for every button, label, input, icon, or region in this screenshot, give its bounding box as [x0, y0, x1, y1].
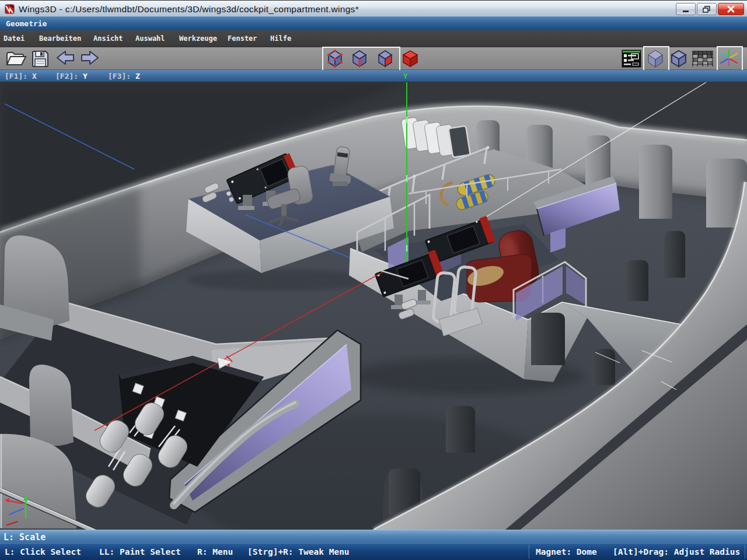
mouse-hint-bar: L: Click Select LL: Paint Select R: Menu… [0, 543, 747, 560]
back-arrow-icon[interactable] [55, 50, 76, 67]
forward-arrow-icon[interactable] [79, 50, 100, 67]
geometry-graph-icon[interactable] [621, 49, 642, 68]
y-axis-top-label: Y [403, 72, 407, 80]
body-select-mode-icon[interactable] [400, 48, 420, 68]
viewport-3d[interactable] [0, 82, 747, 530]
hint-menu: R: Menu [197, 547, 233, 556]
status-text: L: Scale [4, 532, 46, 542]
wireframe-view-icon[interactable] [669, 48, 689, 68]
hint-click-select: L: Click Select [5, 547, 81, 556]
f3-axis-info: [F3]: Z [108, 72, 140, 80]
close-button[interactable] [718, 3, 744, 15]
menu-werkzeuge[interactable]: Werkzeuge [179, 34, 217, 43]
f1-axis-info: [F1]: X [5, 72, 37, 80]
geometry-window-header[interactable]: Geometrie [0, 16, 747, 30]
window-title: Wings3D - c:/Users/tlwmdbt/Documents/3D/… [19, 4, 359, 15]
bottombar-divider-left [529, 545, 529, 559]
f2-axis-info: [F2]: Y [55, 72, 88, 80]
restore-button[interactable] [697, 3, 717, 15]
toolbar [0, 47, 747, 70]
geometry-window-label: Geometrie [6, 19, 47, 28]
menu-auswahl[interactable]: Auswahl [135, 34, 165, 43]
status-bar: L: Scale [0, 530, 747, 543]
menu-datei[interactable]: Datei [4, 34, 25, 43]
axes-toggle-icon[interactable] [718, 48, 739, 69]
hint-magnet: Magnet: Dome [536, 547, 597, 556]
save-file-icon[interactable] [30, 49, 50, 69]
hint-paint-select: LL: Paint Select [99, 547, 181, 556]
title-bar[interactable]: Wings3D - c:/Users/tlwmdbt/Documents/3D/… [0, 0, 747, 16]
face-select-mode-icon[interactable] [375, 48, 396, 69]
menu-hilfe[interactable]: Hilfe [270, 34, 291, 43]
minimize-button[interactable] [676, 3, 696, 15]
bottombar-divider-right [745, 545, 745, 559]
shaded-view-icon[interactable] [645, 48, 666, 69]
open-file-icon[interactable] [5, 48, 28, 69]
menu-ansicht[interactable]: Ansicht [93, 34, 123, 43]
axis-info-bar: [F1]: X [F2]: Y [F3]: Z [0, 70, 747, 82]
menu-bar: Datei Bearbeiten Ansicht Auswahl Werkzeu… [0, 30, 747, 47]
hint-tweak-menu: [Strg]+R: Tweak Menu [247, 547, 350, 556]
edge-select-mode-icon[interactable] [349, 48, 370, 69]
grid-toggle-icon[interactable] [692, 50, 714, 68]
app-icon [5, 4, 15, 14]
hint-adjust-radius: [Alt]+Drag: Adjust Radius [613, 547, 740, 556]
vertex-select-mode-icon[interactable] [324, 48, 345, 69]
menu-fenster[interactable]: Fenster [228, 34, 257, 43]
menu-bearbeiten[interactable]: Bearbeiten [39, 34, 81, 43]
